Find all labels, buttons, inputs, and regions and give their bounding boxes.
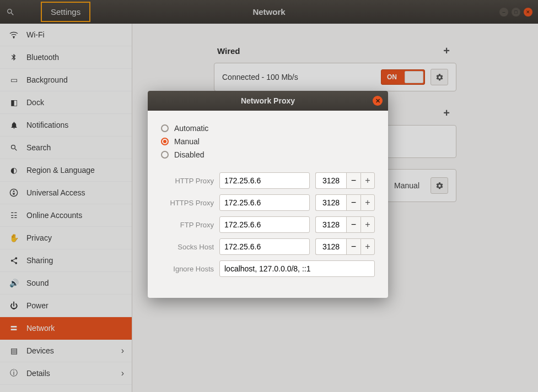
proxy-host-input[interactable] xyxy=(219,238,310,255)
proxy-row-https-proxy: HTTPS Proxy−+ xyxy=(161,194,375,211)
proxy-port-input[interactable] xyxy=(315,194,346,211)
radio-dot xyxy=(161,138,169,145)
proxy-host-input[interactable] xyxy=(219,216,310,233)
proxy-label: HTTP Proxy xyxy=(161,177,214,185)
network-proxy-dialog: Network Proxy ✕ AutomaticManualDisabled … xyxy=(148,91,388,298)
proxy-port-input[interactable] xyxy=(315,216,346,233)
ignore-hosts-label: Ignore Hosts xyxy=(161,265,214,273)
port-increment-button[interactable]: + xyxy=(361,238,375,255)
radio-dot xyxy=(161,151,169,159)
ignore-hosts-row: Ignore Hosts xyxy=(161,260,375,277)
proxy-row-ftp-proxy: FTP Proxy−+ xyxy=(161,216,375,233)
radio-label: Manual xyxy=(174,137,200,146)
dialog-titlebar: Network Proxy ✕ xyxy=(148,91,388,111)
port-decrement-button[interactable]: − xyxy=(346,238,361,255)
proxy-label: FTP Proxy xyxy=(161,221,214,229)
dialog-title: Network Proxy xyxy=(241,96,295,105)
radio-automatic[interactable]: Automatic xyxy=(161,122,375,135)
port-decrement-button[interactable]: − xyxy=(346,172,361,189)
port-increment-button[interactable]: + xyxy=(361,194,375,211)
port-decrement-button[interactable]: − xyxy=(346,194,361,211)
port-increment-button[interactable]: + xyxy=(361,172,375,189)
proxy-label: Socks Host xyxy=(161,243,214,251)
proxy-row-http-proxy: HTTP Proxy−+ xyxy=(161,172,375,189)
radio-label: Disabled xyxy=(174,150,204,159)
radio-label: Automatic xyxy=(174,124,208,133)
proxy-host-input[interactable] xyxy=(219,172,310,189)
port-decrement-button[interactable]: − xyxy=(346,216,361,233)
port-increment-button[interactable]: + xyxy=(361,216,375,233)
proxy-host-input[interactable] xyxy=(219,194,310,211)
radio-manual[interactable]: Manual xyxy=(161,135,375,148)
proxy-row-socks-host: Socks Host−+ xyxy=(161,238,375,255)
dialog-close-button[interactable]: ✕ xyxy=(373,96,383,106)
proxy-port-input[interactable] xyxy=(315,172,346,189)
proxy-port-input[interactable] xyxy=(315,238,346,255)
radio-disabled[interactable]: Disabled xyxy=(161,148,375,161)
proxy-mode-radio-group: AutomaticManualDisabled xyxy=(161,122,375,161)
radio-dot xyxy=(161,124,169,132)
ignore-hosts-input[interactable] xyxy=(219,260,375,277)
proxy-label: HTTPS Proxy xyxy=(161,199,214,207)
